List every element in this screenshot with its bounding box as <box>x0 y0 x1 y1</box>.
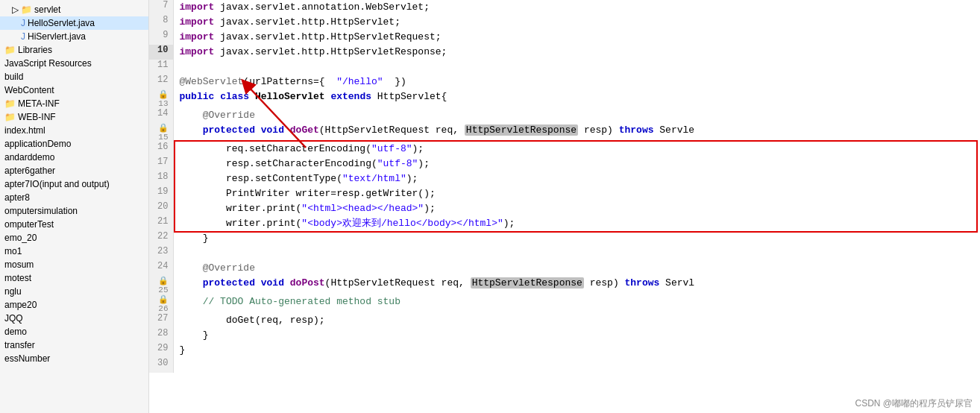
code-line: } <box>173 328 980 343</box>
code-line: import javax.servlet.http.HttpServlet; <box>173 15 980 30</box>
table-row: 20 writer.print("<html><head></head>"); <box>149 201 980 216</box>
line-number: 29 <box>149 343 173 358</box>
sidebar-item-Libraries[interactable]: 📁 Libraries <box>0 43 148 57</box>
code-line: import javax.servlet.http.HttpServletRes… <box>173 45 980 60</box>
code-line: doGet(req, resp); <box>173 313 980 328</box>
sidebar-item-META-INF[interactable]: 📁 META-INF <box>0 97 148 110</box>
sidebar-item-label: index.html <box>4 125 45 136</box>
line-number: 22 <box>149 231 173 246</box>
sidebar-item-label: apter7IO(input and output) <box>4 179 110 189</box>
sidebar-item-JQQ[interactable]: JQQ <box>0 312 148 325</box>
code-line: @Override <box>173 108 980 123</box>
code-line: public class HelloServlet extends HttpSe… <box>173 89 980 108</box>
sidebar-item-label: omputerTest <box>4 219 54 230</box>
sidebar-item-label: HelloServlet.java <box>28 18 95 28</box>
sidebar-item-servlet[interactable]: ▷ 📁 servlet <box>0 3 148 16</box>
table-row: 28 } <box>149 328 980 343</box>
sidebar-item-WebContent[interactable]: WebContent <box>0 83 148 97</box>
line-number: 🔒13 <box>149 89 173 108</box>
code-line: req.setCharacterEncoding("utf-8"); <box>173 142 980 157</box>
table-row: 🔒13 public class HelloServlet extends Ht… <box>149 89 980 108</box>
sidebar-item-label: META-INF <box>18 98 60 109</box>
code-line: } <box>173 343 980 358</box>
table-row: 10 import javax.servlet.http.HttpServlet… <box>149 45 980 60</box>
sidebar-item-label: nglu <box>4 286 22 297</box>
table-row: 30 <box>149 358 980 373</box>
sidebar-item-label: transfer <box>4 340 35 350</box>
line-number: 9 <box>149 30 173 45</box>
table-row: 🔒15 protected void doGet(HttpServletRequ… <box>149 123 980 142</box>
table-row: 18 resp.setContentType("text/html"); <box>149 171 980 186</box>
sidebar-item-mosum[interactable]: mosum <box>0 258 148 271</box>
sidebar-item-label: JQQ <box>4 313 23 324</box>
sidebar-item-computersimulation[interactable]: omputersimulation <box>0 204 148 218</box>
sidebar-item-label: applicationDemo <box>4 139 71 149</box>
line-number: 🔒26 <box>149 294 173 313</box>
sidebar-item-essNumber[interactable]: essNumber <box>0 352 148 365</box>
sidebar-item-nglu[interactable]: nglu <box>0 285 148 298</box>
table-row: 24 @Override <box>149 261 980 276</box>
code-line: PrintWriter writer=resp.getWriter(); <box>173 186 980 201</box>
file-icon: J <box>21 31 25 42</box>
sidebar-item-transfer[interactable]: transfer <box>0 338 148 352</box>
code-line: @Override <box>173 261 980 276</box>
sidebar-item-standarddemo[interactable]: andarddemo <box>0 151 148 164</box>
sidebar-item-label: essNumber <box>4 353 50 364</box>
sidebar-item-HiServlet[interactable]: J HiServlert.java <box>0 30 148 43</box>
code-line: protected void doGet(HttpServletRequest … <box>173 123 980 142</box>
table-row: 🔒25 protected void doPost(HttpServletReq… <box>149 276 980 294</box>
line-number: 12 <box>149 75 173 89</box>
sidebar-item-label: HiServlert.java <box>28 31 86 42</box>
code-line: // TODO Auto-generated method stub <box>173 294 980 313</box>
sidebar-item-index-html[interactable]: index.html <box>0 124 148 137</box>
table-row: 14 @Override <box>149 108 980 123</box>
line-number: 19 <box>149 186 173 201</box>
watermark-text: CSDN @嘟嘟的程序员铲尿官 <box>855 398 973 409</box>
sidebar-item-label: apter8 <box>4 192 30 203</box>
sidebar-item-label: build <box>4 72 23 82</box>
sidebar-item-demo[interactable]: demo <box>0 325 148 338</box>
line-number: 24 <box>149 261 173 276</box>
file-icon: J <box>21 18 25 28</box>
code-line: } <box>173 231 980 246</box>
sidebar-item-ampe20[interactable]: ampe20 <box>0 298 148 312</box>
code-line <box>173 246 980 261</box>
sidebar-item-chapter8[interactable]: apter8 <box>0 191 148 204</box>
sidebar-item-JavaScriptResources[interactable]: JavaScript Resources <box>0 57 148 70</box>
table-row: 11 <box>149 60 980 75</box>
sidebar-item-HelloServlet[interactable]: J HelloServlet.java <box>0 16 148 30</box>
sidebar-item-mo1[interactable]: mo1 <box>0 245 148 258</box>
sidebar-item-build[interactable]: build <box>0 70 148 83</box>
sidebar-item-computerTest[interactable]: omputerTest <box>0 218 148 231</box>
sidebar-item-label: demo <box>4 327 27 337</box>
sidebar-item-label: WEB-INF <box>18 112 56 122</box>
table-row: 12 @WebServlet(urlPatterns={ "/hello" }) <box>149 75 980 89</box>
line-number: 23 <box>149 246 173 261</box>
line-number: 30 <box>149 358 173 373</box>
line-number: 8 <box>149 15 173 30</box>
folder-icon: 📁 <box>4 45 16 55</box>
table-row: 29 } <box>149 343 980 358</box>
table-row: 27 doGet(req, resp); <box>149 313 980 328</box>
sidebar-item-label: JavaScript Resources <box>4 58 92 69</box>
watermark: CSDN @嘟嘟的程序员铲尿官 <box>855 397 973 410</box>
sidebar-item-chapter7IO[interactable]: apter7IO(input and output) <box>0 177 148 191</box>
file-tree[interactable]: ▷ 📁 servlet J HelloServlet.java J HiServ… <box>0 0 149 413</box>
code-editor-area: 7 import javax.servlet.annotation.WebSer… <box>149 0 980 413</box>
table-row: 🔒26 // TODO Auto-generated method stub <box>149 294 980 313</box>
folder-icon: 📁 <box>4 98 16 109</box>
sidebar-item-motest[interactable]: motest <box>0 271 148 285</box>
code-line: resp.setContentType("text/html"); <box>173 171 980 186</box>
sidebar-item-demo20[interactable]: emo_20 <box>0 231 148 245</box>
code-editor[interactable]: 7 import javax.servlet.annotation.WebSer… <box>149 0 980 413</box>
folder-icon: 📁 <box>21 4 32 15</box>
line-number: 14 <box>149 108 173 123</box>
line-number: 28 <box>149 328 173 343</box>
sidebar-item-WEB-INF[interactable]: 📁 WEB-INF <box>0 110 148 124</box>
table-row: 16 req.setCharacterEncoding("utf-8"); <box>149 142 980 157</box>
sidebar-item-chapter6gather[interactable]: apter6gather <box>0 164 148 177</box>
expand-arrow: ▷ <box>12 4 19 15</box>
code-line: resp.setCharacterEncoding("utf-8"); <box>173 157 980 171</box>
table-row: 7 import javax.servlet.annotation.WebSer… <box>149 0 980 15</box>
sidebar-item-applicationDemo[interactable]: applicationDemo <box>0 137 148 151</box>
